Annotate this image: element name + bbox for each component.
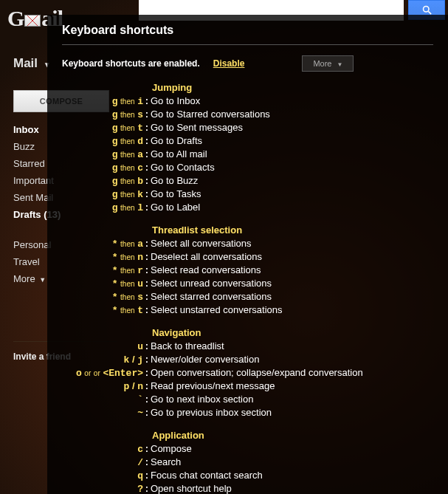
shortcut-row: g then b:Go to Buzz: [62, 174, 433, 188]
shortcut-desc: Select unstarred conversations: [151, 303, 282, 316]
shortcut-row: * then a:Select all conversations: [62, 237, 433, 250]
colon: :: [143, 201, 151, 213]
colon: :: [143, 108, 151, 120]
shortcut-row: * then r:Select read conversations: [62, 264, 433, 277]
shortcut-desc: Open shortcut help: [151, 482, 232, 494]
colon: :: [143, 188, 151, 200]
shortcut-desc: Go to Label: [151, 201, 200, 213]
chevron-down-icon: ▼: [337, 61, 343, 68]
shortcut-keys: g then i: [62, 95, 143, 108]
shortcut-section: Jumpingg then i:Go to Inboxg then s:Go t…: [62, 82, 433, 214]
shortcut-desc: Newer/older conversation: [151, 353, 259, 366]
shortcut-desc: Go to Buzz: [151, 174, 198, 187]
shortcut-row: k / j:Newer/older conversation: [62, 353, 433, 366]
shortcut-section: Applicationc:Compose/:Searchq:Focus chat…: [62, 430, 433, 494]
shortcut-desc: Focus chat contact search: [151, 469, 263, 481]
more-button-label: More: [313, 59, 331, 68]
colon: :: [143, 482, 151, 494]
shortcut-keys: g then d: [62, 134, 143, 148]
shortcut-keys: q: [62, 469, 143, 482]
shortcut-row: * then t:Select unstarred conversations: [62, 303, 433, 317]
colon: :: [143, 380, 151, 392]
shortcut-keys: * then n: [62, 250, 143, 264]
shortcut-desc: Go to next inbox section: [151, 393, 253, 405]
svg-point-0: [423, 7, 429, 13]
shortcut-row: g then i:Go to Inbox: [62, 95, 433, 108]
shortcut-keys: g then b: [62, 174, 143, 188]
colon: :: [143, 406, 151, 419]
shortcut-keys: * then t: [62, 303, 143, 317]
shortcut-row: g then a:Go to All mail: [62, 148, 433, 161]
shortcuts-enabled-text: Keyboard shortcuts are enabled.: [62, 58, 200, 69]
shortcut-desc: Select unread conversations: [151, 277, 272, 289]
shortcut-desc: Go to Tasks: [151, 188, 201, 200]
colon: :: [143, 95, 151, 107]
shortcut-row: `:Go to next inbox section: [62, 393, 433, 406]
shortcut-row: * then u:Select unread conversations: [62, 277, 433, 290]
shortcut-keys: * then r: [62, 264, 143, 277]
section-title: Threadlist selection: [152, 224, 433, 236]
svg-line-1: [428, 11, 431, 14]
shortcut-desc: Go to Starred conversations: [151, 108, 270, 120]
shortcut-row: q:Focus chat contact search: [62, 469, 433, 482]
shortcut-keys: ?: [62, 482, 143, 494]
shortcut-row: * then n:Deselect all conversations: [62, 250, 433, 264]
shortcut-desc: Go to Contacts: [151, 161, 215, 174]
colon: :: [143, 393, 151, 405]
shortcut-row: g then d:Go to Drafts: [62, 134, 433, 148]
shortcut-keys: g then s: [62, 108, 143, 121]
colon: :: [143, 469, 151, 481]
shortcut-keys: p / n: [62, 380, 143, 393]
section-title: Jumping: [152, 82, 433, 93]
colon: :: [143, 456, 151, 468]
shortcut-desc: Back to threadlist: [151, 340, 224, 352]
colon: :: [143, 264, 151, 276]
mail-dropdown[interactable]: Mail ▼: [13, 56, 51, 71]
search-icon: [421, 4, 433, 16]
shortcut-row: o or or <Enter>:Open conversation; colla…: [62, 366, 433, 380]
shortcut-row: ?:Open shortcut help: [62, 482, 433, 494]
colon: :: [143, 303, 151, 316]
more-button[interactable]: More ▼: [302, 55, 354, 72]
shortcut-keys: c: [62, 442, 143, 456]
shortcut-desc: Go to Inbox: [151, 95, 200, 107]
section-title: Navigation: [152, 327, 433, 338]
colon: :: [143, 148, 151, 160]
shortcut-row: * then s:Select starred conversations: [62, 290, 433, 303]
shortcut-row: g then l:Go to Label: [62, 201, 433, 214]
colon: :: [143, 277, 151, 289]
shortcut-row: ~:Go to previous inbox section: [62, 406, 433, 419]
shortcut-keys: /: [62, 456, 143, 469]
mail-dropdown-label: Mail: [13, 56, 38, 70]
colon: :: [143, 353, 151, 366]
shortcut-keys: * then a: [62, 237, 143, 250]
shortcut-keys: g then k: [62, 188, 143, 201]
shortcut-row: u:Back to threadlist: [62, 340, 433, 353]
colon: :: [143, 340, 151, 352]
overlay-title: Keyboard shortcuts: [62, 24, 433, 45]
shortcut-row: c:Compose: [62, 442, 433, 456]
shortcut-desc: Go to All mail: [151, 148, 207, 160]
shortcut-keys: g then t: [62, 121, 143, 134]
shortcut-desc: Compose: [151, 442, 192, 455]
shortcut-desc: Go to Drafts: [151, 134, 202, 147]
shortcut-desc: Go to previous inbox section: [151, 406, 272, 419]
shortcut-section: Threadlist selection* then a:Select all …: [62, 224, 433, 317]
shortcut-keys: ~: [62, 406, 143, 419]
chevron-down-icon: ▼: [39, 276, 46, 284]
colon: :: [143, 290, 151, 303]
shortcut-keys: * then u: [62, 277, 143, 290]
shortcut-desc: Read previous/next message: [151, 380, 275, 392]
disable-link[interactable]: Disable: [213, 58, 245, 69]
colon: :: [143, 366, 151, 379]
shortcut-desc: Search: [151, 456, 181, 468]
shortcut-row: p / n:Read previous/next message: [62, 380, 433, 393]
shortcut-keys: u: [62, 340, 143, 353]
colon: :: [143, 237, 151, 250]
colon: :: [143, 121, 151, 134]
shortcut-row: g then k:Go to Tasks: [62, 188, 433, 201]
shortcut-section: Navigationu:Back to threadlistk / j:Newe…: [62, 327, 433, 419]
overlay-status-row: Keyboard shortcuts are enabled. Disable …: [62, 55, 433, 72]
shortcut-keys: `: [62, 393, 143, 406]
colon: :: [143, 134, 151, 147]
